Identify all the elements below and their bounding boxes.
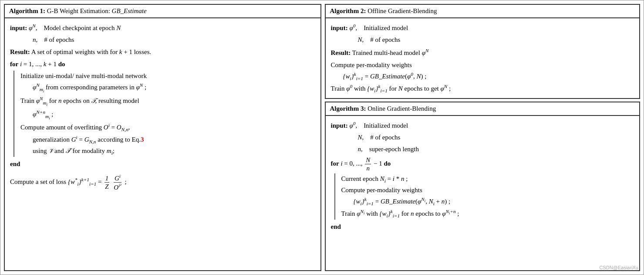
algo1-title-math: GB_Estimate [112,7,147,14]
algorithm-1-panel: Algorithm 1: G-B Weight Estimation: GB_E… [4,4,321,271]
algo2-body: input: φ0, Initialized model N, # of epo… [326,18,640,98]
algo1-body: input: φN, Model checkpoint at epoch N n… [5,18,320,195]
algo3-input3: n, super-epoch length [358,144,634,154]
algo1-line5: Compute amount of overfitting Oi = ON,n, [20,121,315,133]
algo2-result: Result: Trained multi-head model φN [331,47,634,58]
algo3-header: Algorithm 3: Online Gradient-Blending [326,102,640,116]
algo1-result: Result: A set of optimal weights with fo… [10,47,315,57]
algo1-line7: using 𝒱 and 𝒯′ for modality mi; [33,146,315,157]
algo2-input: input: φ0, Initialized model [331,22,634,33]
algo1-line6: generalization Gi = GN,n according to Eq… [33,133,315,146]
algo3-line4: Train φNi with {wi}ki=1 for n epochs to … [341,207,634,220]
algorithm-2-panel: Algorithm 2: Offline Gradient-Blending i… [325,4,641,99]
algo3-line3: {wi}ki=1 = GB_Estimate(φNi, Ni + n) ; [354,195,634,207]
algo3-for: for i = 0, ..., N n − 1 do [331,156,634,172]
algorithm-3-panel: Algorithm 3: Online Gradient-Blending in… [325,102,641,271]
algo1-line4: φN+nmi ; [33,108,315,122]
algo3-body: input: φ0, Initialized model N, # of epo… [326,116,640,235]
algo1-input: input: φN, Model checkpoint at epoch N [10,22,315,33]
algo3-input2: N, # of epochs [358,132,634,143]
algo3-line2: Compute per-modality weights [341,185,634,195]
algo1-end: end [10,159,315,169]
algo3-number: Algorithm 3: [330,105,366,112]
watermark: CSDN@EasianXu [600,265,638,270]
algo1-header: Algorithm 1: G-B Weight Estimation: GB_E… [5,5,320,18]
algo1-for: for i = 1, ..., k + 1 do [10,59,315,69]
algo3-input: input: φ0, Initialized model [331,119,634,131]
algo1-line3: Train φNmi for n epochs on 𝒯, resulting … [20,95,315,108]
right-panels: Algorithm 2: Offline Gradient-Blending i… [325,4,641,271]
algo2-title: Offline Gradient-Blending [368,7,437,14]
algo2-input2: N, # of epochs [358,34,634,45]
algo2-line1: Compute per-modality weights [331,60,634,70]
algo1-line2: φNmi from corresponding parameters in φN… [33,81,315,95]
algo2-number: Algorithm 2: [330,7,366,14]
algo1-input2: n, # of epochs [33,34,315,45]
algo3-end: end [331,221,634,232]
algo2-line2: {wi}ki=1 = GB_Estimate(φ0, N) ; [343,70,634,82]
algo3-line1: Current epoch Ni = i * n ; [341,173,634,185]
algo2-header: Algorithm 2: Offline Gradient-Blending [326,5,640,18]
algo1-number: Algorithm 1: [9,7,45,14]
algo2-line3: Train φ0 with {wi}ki=1 for N epochs to g… [331,82,634,95]
algo1-line1: Initialize uni-modal/ naive multi-modal … [20,71,315,81]
algo3-title: Online Gradient-Blending [368,105,436,112]
algo1-compute: Compute a set of loss {w*i}k+1i=1 = 1 Z … [10,173,315,191]
algo3-loop-body: Current epoch Ni = i * n ; Compute per-m… [331,173,634,220]
algo1-loop-body: Initialize uni-modal/ naive multi-modal … [10,71,315,157]
